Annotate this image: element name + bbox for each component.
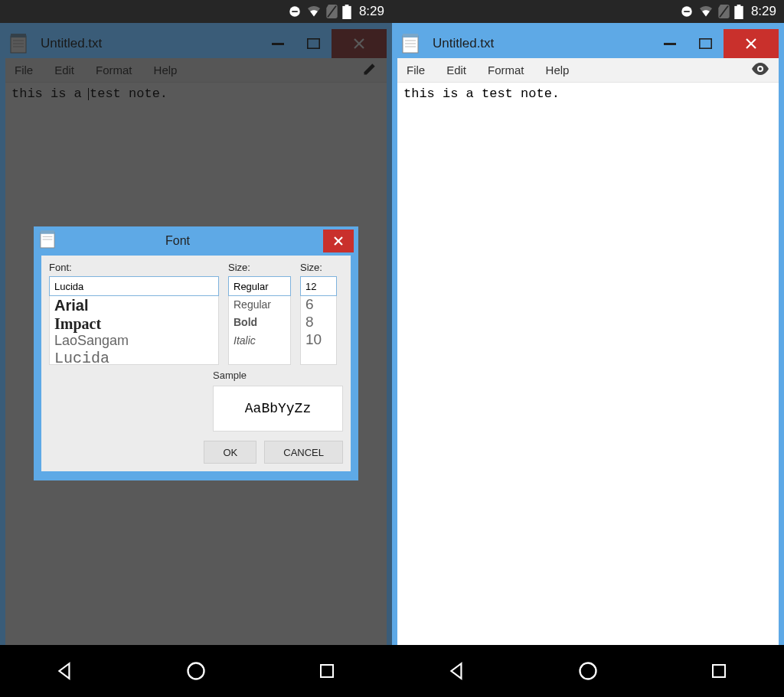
svg-point-37 <box>759 67 762 70</box>
font-label: Font: <box>49 262 219 273</box>
minimize-button[interactable] <box>652 29 688 58</box>
size-list[interactable]: 6 8 10 <box>300 296 337 365</box>
style-label: Size: <box>228 262 291 273</box>
window-title: Untitled.txt <box>433 36 644 51</box>
eye-icon[interactable] <box>751 63 769 77</box>
font-dialog: Font Font: Arial Impact LaoSang <box>34 226 358 480</box>
ok-button[interactable]: OK <box>204 441 256 464</box>
wifi-icon <box>698 5 714 18</box>
maximize-button[interactable] <box>688 29 724 58</box>
phone-left: 8:29 Untitled.txt File Edit <box>0 0 392 697</box>
nav-bar <box>392 645 784 697</box>
nav-home-button[interactable] <box>573 656 603 686</box>
battery-icon <box>734 5 743 19</box>
font-list[interactable]: Arial Impact LaoSangam Lucida <box>49 296 219 365</box>
font-option[interactable]: LaoSangam <box>50 333 218 350</box>
dnd-icon <box>288 5 302 18</box>
status-bar: 8:29 <box>392 0 784 23</box>
nav-back-button[interactable] <box>442 656 472 686</box>
svg-rect-33 <box>700 39 712 49</box>
svg-rect-21 <box>321 665 333 677</box>
svg-point-38 <box>580 663 596 679</box>
menu-file[interactable]: File <box>407 64 425 77</box>
svg-rect-3 <box>342 5 351 18</box>
size-option[interactable]: 10 <box>301 331 336 349</box>
font-option[interactable]: Impact <box>50 314 218 333</box>
menu-bar: File Edit Format Help <box>397 58 779 83</box>
menu-edit[interactable]: Edit <box>446 64 466 77</box>
title-bar: Untitled.txt <box>397 29 779 58</box>
text-editor[interactable]: this is a test note. <box>397 83 779 645</box>
editor-content: this is a test note. <box>403 86 560 101</box>
sample-preview: AaBbYyZz <box>213 386 343 432</box>
dialog-title: Font <box>32 234 323 248</box>
status-time: 8:29 <box>359 4 384 19</box>
size-option[interactable]: 8 <box>301 314 336 331</box>
status-time: 8:29 <box>751 4 776 19</box>
size-input[interactable] <box>300 276 337 296</box>
phone-right: 8:29 Untitled.txt File Edit Format Help <box>392 0 784 697</box>
style-option[interactable]: Regular <box>229 296 290 314</box>
svg-rect-23 <box>684 11 690 12</box>
svg-rect-1 <box>292 11 298 12</box>
battery-icon <box>342 5 351 19</box>
notepad-icon <box>402 34 419 54</box>
close-button[interactable] <box>724 29 779 58</box>
style-option[interactable]: Italic <box>229 332 290 350</box>
sim-icon <box>718 5 730 18</box>
dialog-close-button[interactable] <box>323 230 354 252</box>
sample-label: Sample <box>213 370 343 381</box>
svg-rect-25 <box>734 5 743 18</box>
sim-icon <box>326 5 338 18</box>
svg-point-20 <box>188 663 204 679</box>
nav-bar <box>0 645 392 697</box>
menu-format[interactable]: Format <box>488 64 524 77</box>
svg-rect-27 <box>403 36 418 53</box>
font-option[interactable]: Arial <box>50 296 218 314</box>
size-label: Size: <box>300 262 337 273</box>
nav-recent-button[interactable] <box>312 656 342 686</box>
size-option[interactable]: 6 <box>301 296 336 314</box>
svg-rect-4 <box>345 5 349 6</box>
dnd-icon <box>680 5 694 18</box>
nav-back-button[interactable] <box>50 656 80 686</box>
svg-rect-26 <box>737 5 741 6</box>
svg-rect-32 <box>664 43 676 45</box>
style-list[interactable]: Regular Bold Italic <box>228 296 291 365</box>
style-input[interactable] <box>228 276 291 296</box>
font-option[interactable]: Lucida <box>50 350 218 365</box>
wifi-icon <box>306 5 322 18</box>
svg-rect-28 <box>403 34 418 37</box>
cancel-button[interactable]: CANCEL <box>264 441 343 464</box>
status-bar: 8:29 <box>0 0 392 23</box>
menu-help[interactable]: Help <box>546 64 570 77</box>
notepad-window: Untitled.txt File Edit Format Help this … <box>392 23 784 645</box>
nav-recent-button[interactable] <box>704 656 734 686</box>
nav-home-button[interactable] <box>181 656 211 686</box>
svg-rect-39 <box>713 665 725 677</box>
style-option[interactable]: Bold <box>229 314 290 331</box>
font-input[interactable] <box>49 276 219 296</box>
